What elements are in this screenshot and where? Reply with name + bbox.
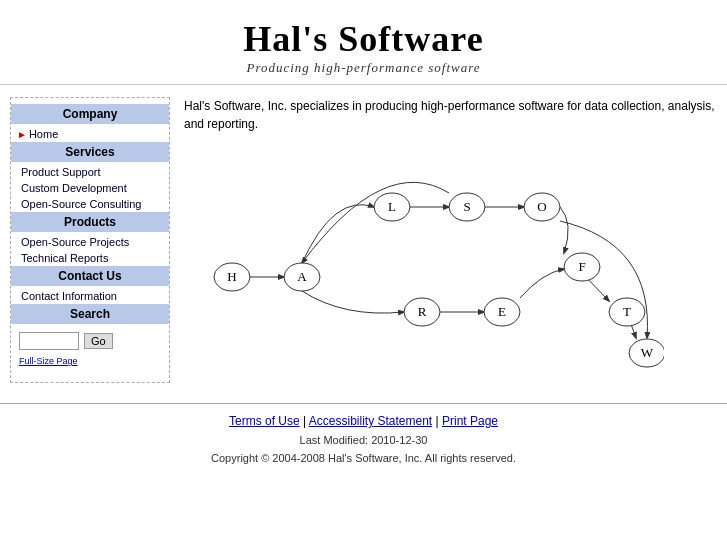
svg-text:R: R (418, 304, 427, 319)
footer-last-modified: Last Modified: 2010-12-30 (0, 432, 727, 450)
svg-text:O: O (537, 199, 546, 214)
sidebar-item-custom-dev: Custom Development (11, 180, 169, 196)
sidebar-products-header: Products (11, 212, 169, 232)
svg-text:T: T (623, 304, 631, 319)
home-triangle-icon: ► (17, 129, 27, 140)
accessibility-link[interactable]: Accessibility Statement (309, 414, 432, 428)
main-content-area: Hal's Software, Inc. specializes in prod… (184, 97, 717, 383)
site-title: Hal's Software (0, 18, 727, 60)
sidebar-item-opensource-projects: Open-Source Projects (11, 234, 169, 250)
footer-links: Terms of Use | Accessibility Statement |… (0, 414, 727, 428)
svg-text:E: E (498, 304, 506, 319)
sidebar-home-link[interactable]: Home (29, 128, 58, 140)
page-footer: Terms of Use | Accessibility Statement |… (0, 403, 727, 475)
sidebar-company-header: Company (11, 104, 169, 124)
technical-reports-link[interactable]: Technical Reports (21, 252, 108, 264)
main-content: Company ► Home Services Product Support … (0, 85, 727, 393)
opensource-consulting-link[interactable]: Open-Source Consulting (21, 198, 141, 210)
page-header: Hal's Software Producing high-performanc… (0, 0, 727, 85)
intro-text: Hal's Software, Inc. specializes in prod… (184, 97, 717, 133)
diagram: H A L S O R E F (184, 143, 664, 383)
opensource-projects-link[interactable]: Open-Source Projects (21, 236, 129, 248)
svg-text:S: S (463, 199, 470, 214)
contact-info-link[interactable]: Contact Information (21, 290, 117, 302)
svg-text:W: W (641, 345, 654, 360)
svg-text:F: F (578, 259, 585, 274)
sidebar-item-technical-reports: Technical Reports (11, 250, 169, 266)
search-form: Go (11, 326, 169, 354)
print-link[interactable]: Print Page (442, 414, 498, 428)
site-subtitle: Producing high-performance software (0, 60, 727, 76)
svg-text:A: A (297, 269, 307, 284)
footer-copyright: Copyright © 2004-2008 Hal's Software, In… (0, 450, 727, 468)
sidebar-search-header: Search (11, 304, 169, 324)
svg-text:L: L (388, 199, 396, 214)
product-support-link[interactable]: Product Support (21, 166, 101, 178)
sidebar-contact-header: Contact Us (11, 266, 169, 286)
sidebar: Company ► Home Services Product Support … (10, 97, 170, 383)
full-site-link-container: Full-Size Page (11, 354, 169, 368)
full-site-link[interactable]: Full-Size Page (19, 356, 78, 366)
search-input[interactable] (19, 332, 79, 350)
svg-text:H: H (227, 269, 236, 284)
sidebar-item-contact-info: Contact Information (11, 288, 169, 304)
search-button[interactable]: Go (84, 333, 113, 349)
diagram-svg: H A L S O R E F (184, 143, 664, 383)
sidebar-item-product-support: Product Support (11, 164, 169, 180)
sidebar-item-opensource-consulting: Open-Source Consulting (11, 196, 169, 212)
sidebar-home-item: ► Home (11, 126, 169, 142)
sidebar-services-header: Services (11, 142, 169, 162)
terms-link[interactable]: Terms of Use (229, 414, 300, 428)
custom-development-link[interactable]: Custom Development (21, 182, 127, 194)
